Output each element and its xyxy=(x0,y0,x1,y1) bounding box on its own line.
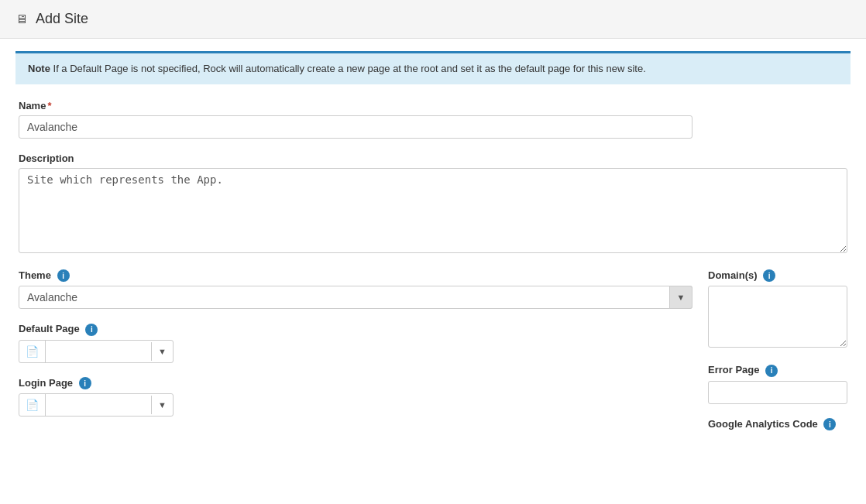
content-area: Note If a Default Page is not specified,… xyxy=(0,39,866,457)
google-analytics-info-icon: i xyxy=(823,418,836,430)
default-page-group: Default Page i 📄 ▼ xyxy=(19,323,692,363)
login-page-picker[interactable]: 📄 ▼ xyxy=(19,393,174,417)
login-page-label: Login Page i xyxy=(19,377,692,390)
default-page-doc-icon: 📄 xyxy=(19,341,46,362)
theme-info-icon: i xyxy=(57,269,70,282)
page-header: 🖥 Add Site xyxy=(0,0,866,39)
login-page-group: Login Page i 📄 ▼ xyxy=(19,377,692,417)
theme-domain-row: Theme i Avalanche Rock Spark Default ▼ xyxy=(19,269,847,445)
error-page-input[interactable] xyxy=(708,381,847,404)
theme-col: Theme i Avalanche Rock Spark Default ▼ xyxy=(19,269,692,445)
form-section: Name* Description Site which represents … xyxy=(15,100,851,445)
default-page-picker[interactable]: 📄 ▼ xyxy=(19,340,174,363)
domains-label: Domain(s) i xyxy=(708,269,847,283)
theme-select[interactable]: Avalanche Rock Spark Default xyxy=(19,286,692,309)
theme-label: Theme i xyxy=(19,269,692,283)
required-indicator: * xyxy=(47,100,51,111)
google-analytics-label: Google Analytics Code i xyxy=(708,418,847,431)
note-text: If a Default Page is not specified, Rock… xyxy=(53,63,646,74)
default-page-info-icon: i xyxy=(85,324,98,336)
google-analytics-group: Google Analytics Code i xyxy=(708,418,847,431)
default-page-value xyxy=(46,347,151,356)
name-group: Name* xyxy=(19,100,847,139)
login-page-dropdown-arrow[interactable]: ▼ xyxy=(151,396,173,414)
login-page-doc-icon: 📄 xyxy=(19,394,46,416)
note-label: Note xyxy=(28,63,50,74)
domains-group: Domain(s) i xyxy=(708,269,847,351)
error-page-label: Error Page i xyxy=(708,364,847,377)
monitor-icon: 🖥 xyxy=(15,12,28,26)
default-page-dropdown-arrow[interactable]: ▼ xyxy=(151,342,173,361)
theme-select-wrapper: Avalanche Rock Spark Default ▼ xyxy=(19,286,692,309)
error-page-group: Error Page i xyxy=(708,364,847,404)
description-group: Description Site which represents the Ap… xyxy=(19,153,847,255)
name-input[interactable] xyxy=(19,115,692,139)
note-banner: Note If a Default Page is not specified,… xyxy=(15,51,851,84)
page-title: Add Site xyxy=(36,11,88,27)
right-col: Domain(s) i Error Page i xyxy=(708,269,847,445)
error-page-info-icon: i xyxy=(765,365,778,377)
domains-input[interactable] xyxy=(708,286,847,348)
login-page-value xyxy=(46,400,151,410)
domains-info-icon: i xyxy=(763,269,775,282)
description-label: Description xyxy=(19,153,847,164)
theme-group: Theme i Avalanche Rock Spark Default ▼ xyxy=(19,269,692,310)
login-page-info-icon: i xyxy=(79,377,91,389)
name-label: Name* xyxy=(19,100,847,111)
default-page-label: Default Page i xyxy=(19,323,692,336)
description-input[interactable]: Site which represents the App. xyxy=(19,168,847,253)
